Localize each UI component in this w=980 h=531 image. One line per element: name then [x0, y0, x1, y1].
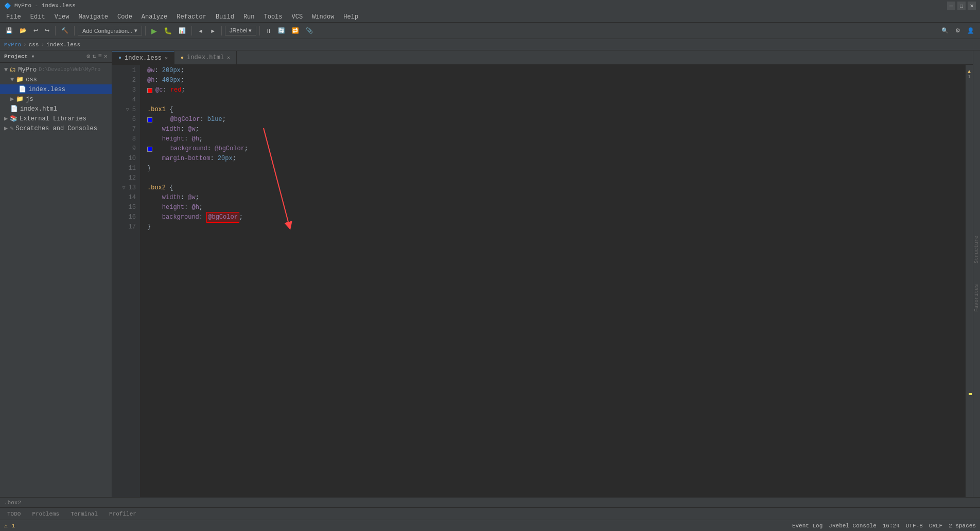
- toolbar-back-nav-btn[interactable]: ◄: [195, 26, 206, 36]
- fold-icon-13[interactable]: ▽: [122, 183, 126, 193]
- breadcrumb-project[interactable]: MyPro: [4, 42, 21, 48]
- toolbar-btn-extra3[interactable]: 🔁: [289, 26, 302, 36]
- line-num-11: 11: [112, 164, 136, 173]
- sidebar-item-js[interactable]: ▶ 📁 js: [0, 94, 112, 104]
- line-num-1: 1: [112, 66, 136, 76]
- favorites-label[interactable]: Favorites: [974, 284, 979, 312]
- jrebel-console-label[interactable]: JRebel Console: [829, 523, 876, 529]
- add-config-label: Add Configuration...: [82, 28, 132, 34]
- sidebar-gear-icon[interactable]: ⚙: [86, 52, 90, 60]
- code-line-13: .box2 {: [147, 183, 966, 193]
- bottom-tab-todo[interactable]: TODO: [2, 510, 26, 518]
- menu-navigate[interactable]: Navigate: [74, 12, 112, 22]
- minimize-button[interactable]: ─: [947, 2, 955, 10]
- code-editor[interactable]: 1 2 3 4 ▽5 6 7 8 9 10 11 12 ▽13 14 15 16: [112, 65, 973, 497]
- gutter-num: 1: [968, 75, 970, 80]
- breadcrumb-file[interactable]: index.less: [46, 42, 80, 48]
- menu-edit[interactable]: Edit: [26, 12, 49, 22]
- toolbar-redo-btn[interactable]: ↪: [42, 26, 52, 36]
- sidebar-sort-icon[interactable]: ⇅: [92, 52, 96, 60]
- line-numbers: 1 2 3 4 ▽5 6 7 8 9 10 11 12 ▽13 14 15 16: [112, 65, 140, 497]
- warning-count[interactable]: 1: [12, 523, 15, 529]
- bottom-tab-problems[interactable]: Problems: [27, 510, 64, 518]
- breadcrumb: MyPro › css › index.less: [0, 39, 980, 50]
- sidebar-item-external-libraries[interactable]: ▶ 📚 External Libraries: [0, 114, 112, 123]
- tab-close-html[interactable]: ✕: [227, 55, 230, 61]
- sidebar-project-label: Project ▾: [4, 53, 34, 60]
- menu-tools[interactable]: Tools: [260, 12, 287, 22]
- fold-icon-5[interactable]: ▽: [126, 105, 129, 115]
- folder-icon: 📁: [16, 76, 24, 83]
- menu-vcs[interactable]: VCS: [288, 12, 307, 22]
- encoding-indicator[interactable]: UTF-8: [906, 523, 923, 529]
- run-with-coverage-btn[interactable]: 📊: [176, 26, 188, 36]
- breadcrumb-sep-1: ›: [23, 42, 27, 48]
- toolbar-fwd-nav-btn[interactable]: ►: [207, 26, 218, 36]
- toolbar-settings-btn[interactable]: ⚙: [953, 26, 963, 36]
- main-area: Project ▾ ⚙ ⇅ ≡ ✕ ▼ 🗂 MyPro D:\Develop\W…: [0, 50, 980, 497]
- toolbar-save-btn[interactable]: 📂: [17, 26, 29, 36]
- sidebar-item-mypro[interactable]: ▼ 🗂 MyPro D:\Develop\Web\MyPro: [0, 65, 112, 75]
- menu-view[interactable]: View: [50, 12, 74, 22]
- sidebar-options-icon[interactable]: ≡: [98, 52, 102, 60]
- close-button[interactable]: ✕: [968, 2, 976, 10]
- indent-indicator[interactable]: 2 spaces: [949, 523, 976, 529]
- code-content[interactable]: @w: 200px; @h: 400px; @c: red; .box1 {: [140, 65, 966, 497]
- menu-refactor[interactable]: Refactor: [172, 12, 211, 22]
- toolbar-build-btn[interactable]: 🔨: [59, 26, 71, 36]
- bottom-tab-profiler[interactable]: Profiler: [104, 510, 142, 518]
- toolbar-user-btn[interactable]: 👤: [965, 26, 977, 36]
- problems-label: Problems: [32, 511, 59, 517]
- warning-icon[interactable]: ⚠: [4, 522, 8, 529]
- code-line-8: height: @h;: [147, 134, 966, 144]
- toolbar-back-btn[interactable]: 💾: [3, 26, 15, 36]
- tab-index-less[interactable]: ● index.less ✕: [112, 51, 174, 64]
- event-log-label[interactable]: Event Log: [792, 523, 822, 529]
- menu-code[interactable]: Code: [113, 12, 136, 22]
- toolbar-btn-extra4[interactable]: 📎: [303, 26, 316, 36]
- breadcrumb-css[interactable]: css: [29, 42, 39, 48]
- line-num-16: 16: [112, 213, 136, 222]
- sidebar-close-icon[interactable]: ✕: [104, 52, 108, 60]
- bottom-tab-terminal[interactable]: Terminal: [65, 510, 103, 518]
- jrebel-label: JRebel ▾: [230, 27, 252, 34]
- jrebel-dropdown-button[interactable]: JRebel ▾: [225, 26, 256, 36]
- toolbar-search-btn[interactable]: 🔍: [939, 26, 951, 36]
- structure-label[interactable]: Structure: [974, 236, 979, 263]
- add-configuration-button[interactable]: Add Configuration... ▾: [78, 26, 142, 36]
- tab-close-less[interactable]: ✕: [165, 55, 168, 61]
- line-num-5: ▽5: [112, 105, 136, 115]
- title-bar: 🔷 MyPro - index.less ─ □ ✕: [0, 0, 980, 11]
- line-sep-indicator[interactable]: CRLF: [929, 523, 942, 529]
- tree-arrow-icon: ▶: [4, 125, 8, 132]
- tree-item-label: External Libraries: [20, 115, 86, 122]
- code-line-12: [147, 173, 966, 183]
- add-config-dropdown-icon: ▾: [134, 27, 137, 34]
- debug-button[interactable]: 🐛: [161, 25, 174, 36]
- run-button[interactable]: ▶: [149, 25, 160, 37]
- profiler-label: Profiler: [109, 511, 136, 517]
- line-num-10: 10: [112, 154, 136, 164]
- menu-file[interactable]: File: [2, 12, 25, 22]
- tab-index-html[interactable]: ● index.html ✕: [174, 51, 237, 64]
- tree-arrow-icon: ▶: [10, 95, 14, 103]
- menu-analyze[interactable]: Analyze: [137, 12, 171, 22]
- sidebar-header: Project ▾ ⚙ ⇅ ≡ ✕: [0, 50, 112, 63]
- line-num-15: 15: [112, 203, 136, 213]
- sidebar-item-scratches[interactable]: ▶ ✎ Scratches and Consoles: [0, 123, 112, 133]
- toolbar-btn-extra2[interactable]: 🔄: [275, 26, 288, 36]
- menu-help[interactable]: Help: [339, 12, 362, 22]
- menu-build[interactable]: Build: [212, 12, 238, 22]
- title-bar-controls[interactable]: ─ □ ✕: [947, 2, 976, 10]
- maximize-button[interactable]: □: [957, 2, 966, 10]
- line-num-6: 6: [112, 115, 136, 125]
- toolbar-btn-extra1[interactable]: ⏸: [263, 26, 274, 36]
- line-num-8: 8: [112, 134, 136, 144]
- sidebar-item-index-html[interactable]: 📄 index.html: [0, 104, 112, 114]
- menu-window[interactable]: Window: [308, 12, 338, 22]
- sidebar-item-index-less[interactable]: 📄 index.less: [0, 84, 112, 94]
- line-col-indicator[interactable]: 16:24: [883, 523, 900, 529]
- menu-run[interactable]: Run: [239, 12, 259, 22]
- sidebar-item-css[interactable]: ▼ 📁 css: [0, 75, 112, 84]
- toolbar-undo-btn[interactable]: ↩: [31, 26, 41, 36]
